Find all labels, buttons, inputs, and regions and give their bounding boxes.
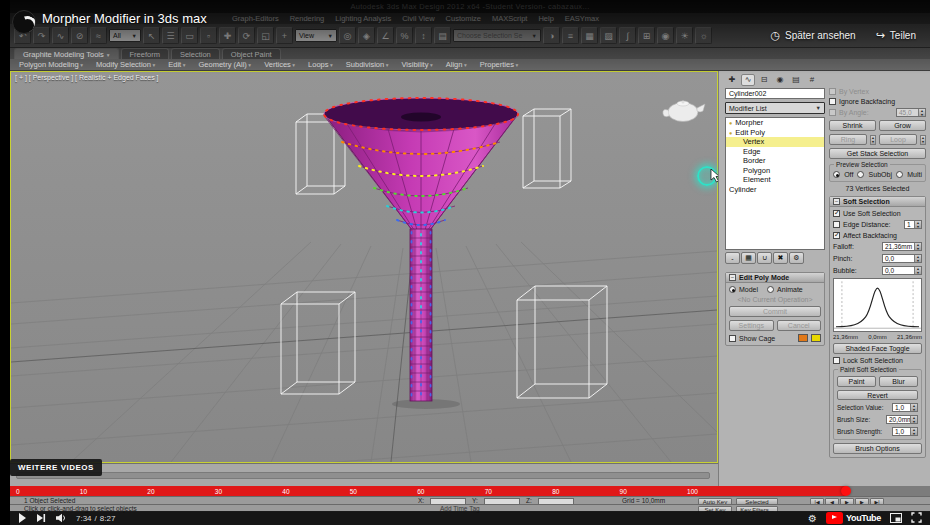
create-tab-icon[interactable]: ✚ — [725, 74, 739, 86]
cancel-button[interactable]: Cancel — [777, 320, 822, 331]
select-and-scale-icon[interactable]: ◱ — [257, 27, 274, 44]
schematic-view-icon[interactable]: ⊞ — [638, 27, 655, 44]
use-pivot-center-icon[interactable]: ◎ — [339, 27, 356, 44]
preview-off-radio[interactable] — [833, 171, 840, 178]
curve-editor-icon[interactable]: ∫ — [619, 27, 636, 44]
select-object-icon[interactable]: ↖ — [143, 27, 160, 44]
spinner-snap-icon[interactable]: ↕ — [415, 27, 432, 44]
ribbon-panel-item[interactable]: Polygon Modeling — [19, 60, 83, 69]
graphite-ribbon-icon[interactable]: ▨ — [600, 27, 617, 44]
modifier-on-icon[interactable] — [729, 118, 732, 127]
ribbon-panel-item[interactable]: Modify Selection — [96, 60, 155, 69]
lock-soft-selection-checkbox[interactable] — [833, 357, 840, 364]
falloff-spinner[interactable]: 21,36mm — [882, 242, 922, 251]
pinch-spinner[interactable]: 0,0 — [882, 254, 922, 263]
commit-button[interactable]: Commit — [729, 306, 821, 317]
by-angle-spinner[interactable]: 45,0 — [896, 108, 926, 117]
make-unique-button[interactable]: ∪ — [757, 252, 772, 264]
channel-avatar[interactable] — [12, 10, 36, 34]
stack-item-morpher[interactable]: Morpher — [726, 118, 824, 128]
snaps-toggle-icon[interactable]: ◈ — [358, 27, 375, 44]
select-and-move-icon[interactable]: ✚ — [219, 27, 236, 44]
select-and-link-icon[interactable]: ∿ — [52, 27, 69, 44]
stack-item-border[interactable]: Border — [726, 156, 824, 166]
edge-distance-checkbox[interactable] — [833, 221, 840, 228]
motion-tab-icon[interactable]: ◉ — [773, 74, 787, 86]
tab-selection[interactable]: Selection — [171, 48, 220, 59]
grow-button[interactable]: Grow — [879, 120, 926, 131]
stack-item-element[interactable]: Element — [726, 175, 824, 185]
loop-button[interactable]: Loop — [879, 134, 917, 145]
get-stack-selection-button[interactable]: Get Stack Selection — [829, 148, 926, 159]
tab-object-paint[interactable]: Object Paint — [222, 48, 281, 59]
by-vertex-checkbox[interactable] — [829, 88, 836, 95]
stack-item-edge[interactable]: Edge — [726, 147, 824, 157]
menu-item[interactable]: Help — [538, 14, 553, 23]
select-and-manipulate-icon[interactable]: + — [276, 27, 293, 44]
settings-button[interactable]: Settings — [729, 320, 774, 331]
perspective-viewport[interactable]: [ + ] [ Perspective ] [ Realistic + Edge… — [10, 71, 718, 463]
next-video-button[interactable] — [36, 509, 46, 525]
cage-color-swatch[interactable] — [798, 334, 808, 342]
stack-item-edit-poly[interactable]: Edit Poly — [726, 128, 824, 138]
shaded-face-toggle-button[interactable]: Shaded Face Toggle — [833, 343, 922, 354]
named-selection-set-combo[interactable]: Choose Selection Se ▼ — [453, 29, 541, 42]
share-button[interactable]: ↪ Teilen — [876, 29, 916, 42]
angle-snap-icon[interactable]: ∠ — [377, 27, 394, 44]
ribbon-panel-item[interactable]: Vertices — [264, 60, 295, 69]
ring-button[interactable]: Ring — [829, 134, 867, 145]
loop-spinner[interactable] — [920, 135, 926, 145]
collapse-icon[interactable]: − — [833, 198, 840, 205]
shrink-button[interactable]: Shrink — [829, 120, 876, 131]
soft-selection-header[interactable]: − Soft Selection — [830, 197, 925, 207]
volume-button[interactable] — [55, 509, 67, 525]
ribbon-panel-item[interactable]: Geometry (All) — [198, 60, 251, 69]
ribbon-panel-item[interactable]: Loops — [308, 60, 333, 69]
mirror-icon[interactable]: ◑ — [543, 27, 560, 44]
modifier-on-icon[interactable] — [729, 128, 732, 137]
use-soft-selection-checkbox[interactable] — [833, 210, 840, 217]
brush-size-spinner[interactable]: 20,0mm — [886, 415, 918, 424]
modify-tab-icon[interactable]: ∿ — [741, 74, 755, 86]
select-and-rotate-icon[interactable]: ⟳ — [238, 27, 255, 44]
settings-gear-icon[interactable]: ⚙ — [808, 513, 817, 524]
preview-subobj-radio[interactable] — [857, 171, 864, 178]
viewport-label[interactable]: [ + ] [ Perspective ] [ Realistic + Edge… — [15, 74, 159, 81]
time-slider[interactable] — [10, 463, 718, 486]
more-videos-badge[interactable]: WEITERE VIDEOS — [10, 459, 102, 476]
collapse-icon[interactable]: − — [729, 274, 736, 281]
edge-distance-spinner[interactable]: 1 — [904, 220, 922, 229]
show-cage-checkbox[interactable] — [729, 335, 736, 342]
paint-button[interactable]: Paint — [837, 376, 876, 387]
animate-radio[interactable] — [767, 286, 774, 293]
reference-coordinate-combo[interactable]: View ▼ — [295, 29, 337, 42]
miniplayer-button[interactable] — [890, 509, 902, 525]
layer-manager-icon[interactable]: ▦ — [581, 27, 598, 44]
model-radio[interactable] — [729, 286, 736, 293]
utilities-tab-icon[interactable]: # — [805, 74, 819, 86]
edit-poly-mode-header[interactable]: − Edit Poly Mode — [726, 273, 824, 283]
menu-item[interactable]: MAXScript — [492, 14, 527, 23]
brush-options-button[interactable]: Brush Options — [833, 443, 922, 454]
watch-later-button[interactable]: ◷ Später ansehen — [770, 29, 855, 42]
modifier-list-dropdown[interactable]: Modifier List ▼ — [725, 102, 825, 114]
bind-to-spacewarp-icon[interactable]: ≈ — [90, 27, 107, 44]
timeline-ruler[interactable]: 0102030405060708090100 — [10, 486, 930, 496]
show-end-result-button[interactable]: ▦ — [741, 252, 756, 264]
stack-item-cylinder[interactable]: Cylinder — [726, 185, 824, 195]
hierarchy-tab-icon[interactable]: ⊟ — [757, 74, 771, 86]
edit-named-selections-icon[interactable]: ▤ — [434, 27, 451, 44]
youtube-logo[interactable]: YouTube — [826, 512, 881, 524]
ring-spinner[interactable] — [870, 135, 876, 145]
menu-item[interactable]: Customize — [446, 14, 481, 23]
affect-backfacing-checkbox[interactable] — [833, 232, 840, 239]
select-by-name-icon[interactable]: ☰ — [162, 27, 179, 44]
remove-modifier-button[interactable]: ✖ — [773, 252, 788, 264]
cage-selected-color-swatch[interactable] — [811, 334, 821, 342]
preview-multi-radio[interactable] — [896, 171, 903, 178]
window-crossing-icon[interactable]: ▫ — [200, 27, 217, 44]
ribbon-panel-item[interactable]: Edit — [168, 60, 185, 69]
video-progress-scrubber[interactable] — [841, 486, 851, 496]
brush-strength-spinner[interactable]: 1,0 — [892, 427, 918, 436]
object-name-field[interactable]: Cylinder002 — [725, 88, 825, 99]
